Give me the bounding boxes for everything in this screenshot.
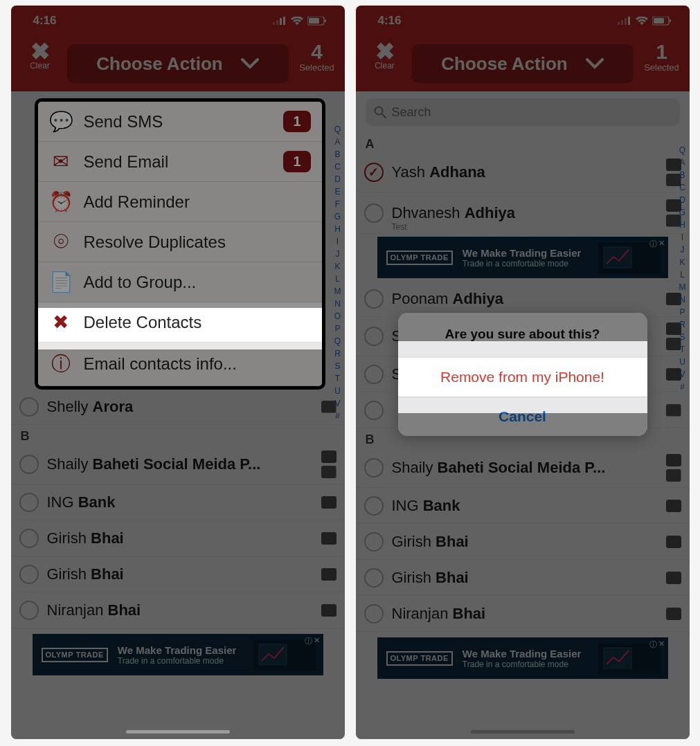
- index-letter[interactable]: #: [332, 410, 343, 422]
- menu-item-duplicates[interactable]: ⦾Resolve Duplicates: [38, 222, 322, 262]
- contact-row[interactable]: Shelly Arora: [11, 389, 345, 425]
- contact-row[interactable]: Shaily Baheti Social Meida P...: [356, 448, 690, 488]
- index-letter[interactable]: H: [677, 219, 688, 231]
- index-letter[interactable]: M: [332, 285, 343, 298]
- index-letter[interactable]: D: [677, 194, 688, 206]
- index-letter[interactable]: P: [332, 322, 343, 335]
- index-letter[interactable]: O: [332, 310, 343, 322]
- index-letter[interactable]: M: [677, 281, 688, 293]
- index-letter[interactable]: B: [677, 169, 688, 181]
- select-radio[interactable]: [19, 455, 39, 474]
- contact-row[interactable]: Niranjan Bhai: [356, 596, 690, 632]
- select-radio[interactable]: [364, 327, 384, 346]
- index-letter[interactable]: C: [332, 161, 343, 173]
- ad-info-icon[interactable]: ⓘ: [649, 239, 657, 249]
- ad-banner[interactable]: OLYMP TRADE We Make Trading EasierTrade …: [377, 237, 668, 278]
- index-letter[interactable]: T: [332, 372, 343, 385]
- ad-close-icon[interactable]: ✕: [658, 239, 665, 249]
- select-radio-checked[interactable]: [364, 163, 384, 182]
- select-radio[interactable]: [364, 203, 384, 223]
- index-letter[interactable]: T: [677, 343, 688, 356]
- index-letter[interactable]: P: [677, 306, 688, 318]
- ad-close-icon[interactable]: ✕: [658, 639, 665, 650]
- index-letter[interactable]: N: [677, 293, 688, 306]
- contact-row[interactable]: Niranjan Bhai: [11, 592, 345, 628]
- ad-info-icon[interactable]: ⓘ: [305, 636, 312, 646]
- contact-row[interactable]: Shaily Baheti Social Meida P...: [11, 445, 345, 484]
- index-letter[interactable]: L: [332, 273, 343, 285]
- index-letter[interactable]: G: [332, 210, 343, 223]
- index-letter[interactable]: C: [677, 181, 688, 194]
- select-radio[interactable]: [364, 532, 384, 552]
- select-radio[interactable]: [364, 604, 384, 624]
- nav-bar: ✖ Clear Choose Action 4 Selected: [11, 36, 345, 91]
- clear-button[interactable]: ✖ Clear: [364, 42, 406, 71]
- index-letter[interactable]: V: [332, 397, 343, 410]
- index-letter[interactable]: J: [332, 248, 343, 260]
- contact-row[interactable]: Girish Bhai: [11, 520, 345, 556]
- menu-item-reminder[interactable]: ⏰Add Reminder: [38, 182, 322, 222]
- index-letter[interactable]: H: [332, 223, 343, 235]
- contact-row[interactable]: Poonam Adhiya: [356, 281, 690, 317]
- select-radio[interactable]: [364, 458, 384, 477]
- menu-item-sms[interactable]: 💬Send SMS1: [38, 102, 322, 142]
- clear-button[interactable]: ✖ Clear: [19, 42, 61, 71]
- select-radio[interactable]: [364, 365, 384, 384]
- menu-item-info[interactable]: ⓘEmail contacts info...: [38, 343, 322, 386]
- menu-item-delete[interactable]: ✖Delete Contacts: [38, 302, 322, 343]
- contact-row[interactable]: Yash Adhana: [356, 153, 690, 192]
- ad-close-icon[interactable]: ✕: [314, 636, 320, 646]
- index-letter[interactable]: D: [332, 173, 343, 185]
- index-letter[interactable]: G: [677, 206, 688, 219]
- menu-item-group[interactable]: 📄Add to Group...: [38, 262, 322, 302]
- index-letter[interactable]: R: [332, 347, 343, 360]
- select-radio[interactable]: [19, 493, 39, 512]
- index-letter[interactable]: L: [677, 269, 688, 281]
- ad-banner[interactable]: OLYMP TRADE We Make Trading Easier Trade…: [33, 634, 323, 675]
- index-letter[interactable]: Q: [332, 123, 343, 136]
- index-letter[interactable]: E: [332, 185, 343, 198]
- contact-row[interactable]: Dhvanesh Adhiya Test: [356, 192, 690, 234]
- index-letter[interactable]: K: [677, 256, 688, 269]
- index-letter[interactable]: F: [332, 198, 343, 210]
- contact-row[interactable]: Girish Bhai: [11, 556, 345, 592]
- index-letter[interactable]: Q: [332, 335, 343, 347]
- index-rail[interactable]: QABCDGHIJKLMNPRSTUV#: [677, 144, 688, 393]
- index-letter[interactable]: Q: [677, 144, 688, 156]
- choose-action-dropdown[interactable]: Choose Action: [412, 44, 634, 83]
- remove-button[interactable]: Remove from my iPhone!: [398, 357, 647, 397]
- select-radio[interactable]: [19, 601, 39, 620]
- contact-row[interactable]: ING Bank: [356, 488, 690, 524]
- select-radio[interactable]: [364, 401, 384, 420]
- index-letter[interactable]: A: [332, 136, 343, 148]
- index-letter[interactable]: A: [677, 156, 688, 169]
- select-radio[interactable]: [364, 496, 384, 516]
- contact-row[interactable]: Girish Bhai: [356, 524, 690, 560]
- index-letter[interactable]: S: [677, 331, 688, 343]
- select-radio[interactable]: [19, 529, 39, 548]
- select-radio[interactable]: [364, 568, 384, 588]
- index-letter[interactable]: N: [332, 298, 343, 310]
- ad-banner[interactable]: OLYMP TRADE We Make Trading EasierTrade …: [377, 637, 668, 679]
- contact-row[interactable]: Girish Bhai: [356, 560, 690, 596]
- index-letter[interactable]: S: [332, 360, 343, 372]
- choose-action-dropdown[interactable]: Choose Action: [67, 44, 289, 83]
- index-letter[interactable]: U: [332, 385, 343, 397]
- select-radio[interactable]: [19, 565, 39, 584]
- search-input[interactable]: Search: [366, 98, 680, 126]
- ad-info-icon[interactable]: ⓘ: [649, 639, 657, 650]
- index-letter[interactable]: #: [677, 381, 688, 393]
- select-radio[interactable]: [364, 289, 384, 309]
- index-letter[interactable]: I: [332, 235, 343, 248]
- index-letter[interactable]: J: [677, 244, 688, 256]
- index-letter[interactable]: I: [677, 231, 688, 244]
- index-letter[interactable]: B: [332, 148, 343, 161]
- select-radio[interactable]: [19, 397, 39, 417]
- index-letter[interactable]: R: [677, 318, 688, 331]
- index-letter[interactable]: U: [677, 356, 688, 368]
- index-rail[interactable]: QABCDEFGHIJKLMNOPQRSTUV#: [332, 123, 343, 422]
- index-letter[interactable]: V: [677, 368, 688, 381]
- index-letter[interactable]: K: [332, 260, 343, 273]
- menu-item-email[interactable]: ✉Send Email1: [38, 142, 322, 182]
- contact-row[interactable]: ING Bank: [11, 484, 345, 520]
